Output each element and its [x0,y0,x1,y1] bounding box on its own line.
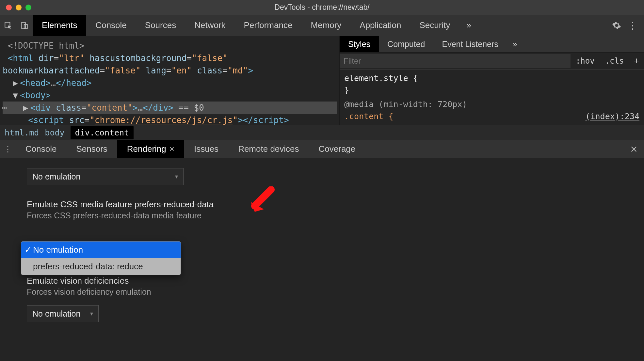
vision-deficiency-select[interactable]: No emulation ▾ [27,305,99,322]
inspect-icon[interactable] [0,15,16,36]
styles-tabs: Styles Computed Event Listeners » [340,36,644,53]
setting-title: Emulate CSS media feature prefers-reduce… [27,199,644,210]
tab-network[interactable]: Network [185,15,234,36]
titlebar: DevTools - chrome://newtab/ [0,0,644,15]
rendering-panel: No emulation ▾ Emulate CSS media feature… [0,158,644,361]
setting-desc: Forces CSS prefers-reduced-data media fe… [27,211,644,220]
dropdown-option-no-emulation[interactable]: No emulation [21,242,181,258]
emulate-css-media-type-select[interactable]: No emulation ▾ [27,168,184,185]
tab-sources[interactable]: Sources [136,15,185,36]
annotation-arrow-icon [248,186,278,219]
tab-computed[interactable]: Computed [379,36,433,52]
styles-filter-input[interactable] [340,54,571,68]
breadcrumb: html.md body div.content [0,125,644,140]
tab-memory[interactable]: Memory [301,15,350,36]
setting-vision-deficiencies: Emulate vision deficiencies Forces visio… [27,276,644,297]
styles-tabs-overflow[interactable]: » [507,36,523,52]
styles-body[interactable]: element.style { } @media (min-width: 720… [340,70,644,125]
zoom-window-icon[interactable] [25,5,31,10]
drawer-tab-coverage[interactable]: Coverage [309,140,365,158]
drawer-tab-sensors[interactable]: Sensors [66,140,117,158]
close-window-icon[interactable] [6,5,12,10]
styles-filter-row: :hov .cls + [340,53,644,70]
tab-elements[interactable]: Elements [33,15,86,36]
dom-tree[interactable]: <!DOCTYPE html> <html dir="ltr" hascusto… [0,36,340,125]
main-tabs: Elements Console Sources Network Perform… [33,15,478,36]
close-tab-icon[interactable]: × [169,144,174,154]
tab-performance[interactable]: Performance [235,15,302,36]
window-title: DevTools - chrome://newtab/ [0,3,644,12]
selector: .content { [344,112,394,121]
dom-selected-node[interactable]: ⋯ ▶<div class="content">…</div> == $0 [3,102,337,114]
prefers-reduced-data-dropdown[interactable]: No emulation prefers-reduced-data: reduc… [21,241,181,275]
caret-down-icon: ▾ [90,310,93,317]
drawer: ⋮ Console Sensors Rendering× Issues Remo… [0,140,644,361]
setting-prefers-reduced-data: Emulate CSS media feature prefers-reduce… [27,199,644,220]
new-style-rule-icon[interactable]: + [629,55,644,67]
tab-application[interactable]: Application [350,15,410,36]
tab-overflow[interactable]: » [459,15,478,36]
toggle-cls[interactable]: .cls [600,56,629,66]
tab-styles[interactable]: Styles [340,36,379,52]
element-style-open: element.style { [344,73,418,83]
breadcrumb-item-active[interactable]: div.content [71,126,134,139]
breadcrumb-item[interactable]: body [45,128,64,137]
drawer-menu-icon[interactable]: ⋮ [0,140,16,158]
drawer-tab-rendering[interactable]: Rendering× [117,140,184,158]
media-rule: @media (min-width: 720px) [344,98,639,110]
drawer-tab-issues[interactable]: Issues [184,140,228,158]
source-link[interactable]: (index):234 [585,110,639,122]
chevron-double-right-icon: » [513,39,517,49]
main-toolbar: Elements Console Sources Network Perform… [0,15,644,36]
drawer-tab-console[interactable]: Console [16,140,66,158]
tab-security[interactable]: Security [411,15,459,36]
tab-event-listeners[interactable]: Event Listeners [433,36,507,52]
dom-doctype: <!DOCTYPE html> [8,41,85,51]
toggle-hov[interactable]: :hov [571,56,600,66]
window-controls [0,5,31,10]
chevron-double-right-icon: » [466,20,471,30]
settings-icon[interactable] [612,21,621,30]
breadcrumb-item[interactable]: html.md [5,128,39,137]
drawer-close-icon[interactable] [624,140,644,158]
dropdown-option-reduce[interactable]: prefers-reduced-data: reduce [21,258,181,275]
svg-rect-1 [21,23,25,28]
minimize-window-icon[interactable] [16,5,22,10]
caret-down-icon: ▾ [175,173,178,180]
styles-pane: Styles Computed Event Listeners » :hov .… [340,36,644,125]
elements-row: <!DOCTYPE html> <html dir="ltr" hascusto… [0,36,644,125]
drawer-tabs: ⋮ Console Sensors Rendering× Issues Remo… [0,140,644,158]
drawer-tab-remote-devices[interactable]: Remote devices [228,140,309,158]
setting-title: Emulate vision deficiencies [27,276,644,286]
element-style-close: } [344,86,349,95]
setting-desc: Forces vision deficiency emulation [27,287,644,297]
device-toolbar-icon[interactable] [16,15,33,36]
kebab-menu-icon[interactable]: ⋮ [628,20,637,31]
tab-console[interactable]: Console [86,15,136,36]
